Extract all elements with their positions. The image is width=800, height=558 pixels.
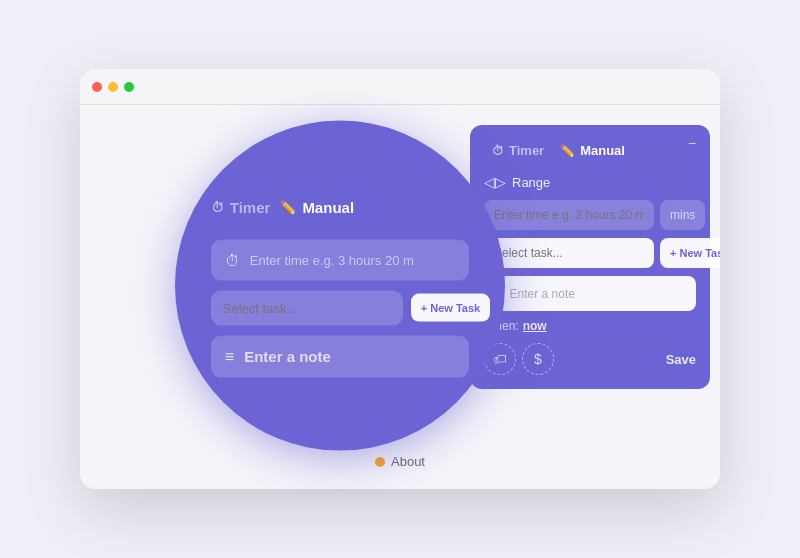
window-maximize-dot[interactable] bbox=[124, 82, 134, 92]
about-dot bbox=[375, 457, 385, 467]
app-wrapper: − ⏱ Timer ✏️ Manual ◁▷ Range bbox=[60, 49, 740, 509]
when-row: When: now bbox=[484, 319, 696, 333]
mag-note-icon: ≡ bbox=[225, 347, 234, 365]
volume-icon: ◁▷ bbox=[484, 174, 506, 190]
mag-clock-icon: ⏱ bbox=[225, 251, 240, 268]
minimize-button[interactable]: − bbox=[684, 135, 700, 151]
mag-pencil-icon: ✏️ bbox=[280, 199, 296, 214]
dollar-icon: $ bbox=[534, 351, 542, 367]
mag-time-input[interactable]: ⏱ Enter time e.g. 3 hours 20 m bbox=[211, 239, 469, 280]
task-row: + New Task bbox=[484, 238, 696, 268]
time-panel: − ⏱ Timer ✏️ Manual ◁▷ Range bbox=[470, 125, 710, 389]
save-button[interactable]: Save bbox=[666, 352, 696, 367]
pencil-icon: ✏️ bbox=[560, 144, 575, 158]
tabs-row: ⏱ Timer ✏️ Manual bbox=[484, 139, 696, 162]
mag-note-row[interactable]: ≡ Enter a note bbox=[211, 335, 469, 377]
browser-topbar bbox=[80, 69, 720, 105]
time-input[interactable] bbox=[484, 200, 654, 230]
icon-buttons: 🏷 $ bbox=[484, 343, 554, 375]
timer-icon: ⏱ bbox=[492, 144, 504, 158]
mag-task-input[interactable] bbox=[211, 290, 403, 325]
time-input-row: mins bbox=[484, 200, 696, 230]
mag-timer-icon: ⏱ bbox=[211, 199, 224, 214]
dollar-icon-button[interactable]: $ bbox=[522, 343, 554, 375]
tag-icon: 🏷 bbox=[493, 351, 507, 367]
panel-bottom-row: 🏷 $ Save bbox=[484, 343, 696, 375]
about-label: About bbox=[375, 454, 425, 469]
mag-new-task-button[interactable]: + New Task bbox=[411, 294, 490, 322]
task-input[interactable] bbox=[484, 238, 654, 268]
magnify-circle: ⏱ Timer ✏️ Manual ⏱ Enter time e.g. 3 ho… bbox=[175, 121, 505, 451]
mag-task-row: + New Task bbox=[211, 290, 469, 325]
mag-tabs: ⏱ Timer ✏️ Manual bbox=[211, 194, 469, 219]
new-task-button[interactable]: + New Task bbox=[660, 238, 720, 268]
window-close-dot[interactable] bbox=[92, 82, 102, 92]
note-field[interactable]: ≡ Enter a note bbox=[484, 276, 696, 311]
mins-label: mins bbox=[660, 200, 705, 230]
when-now-link[interactable]: now bbox=[523, 319, 547, 333]
tab-timer[interactable]: ⏱ Timer bbox=[484, 139, 552, 162]
range-row: ◁▷ Range bbox=[484, 174, 696, 190]
tab-manual[interactable]: ✏️ Manual bbox=[552, 139, 633, 162]
mag-tab-manual[interactable]: ✏️ Manual bbox=[280, 194, 364, 219]
mag-tab-timer[interactable]: ⏱ Timer bbox=[211, 194, 281, 219]
window-minimize-dot[interactable] bbox=[108, 82, 118, 92]
